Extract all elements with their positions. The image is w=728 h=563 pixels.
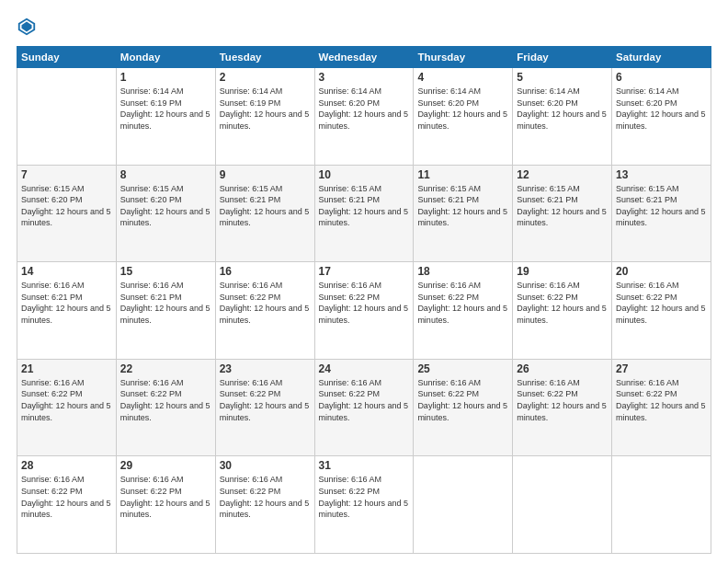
- calendar-cell: 19Sunrise: 6:16 AM Sunset: 6:22 PM Dayli…: [513, 262, 612, 360]
- day-number: 6: [616, 71, 707, 84]
- calendar-cell: 17Sunrise: 6:16 AM Sunset: 6:22 PM Dayli…: [314, 262, 414, 360]
- calendar-cell: 1Sunrise: 6:14 AM Sunset: 6:19 PM Daylig…: [116, 68, 215, 166]
- day-number: 30: [220, 459, 311, 472]
- day-number: 28: [21, 459, 112, 472]
- calendar-cell: 18Sunrise: 6:16 AM Sunset: 6:22 PM Dayli…: [414, 262, 513, 360]
- cell-text: Sunrise: 6:16 AM Sunset: 6:21 PM Dayligh…: [21, 280, 112, 326]
- cell-text: Sunrise: 6:16 AM Sunset: 6:22 PM Dayligh…: [220, 377, 311, 423]
- cell-text: Sunrise: 6:14 AM Sunset: 6:20 PM Dayligh…: [319, 86, 410, 132]
- day-number: 26: [517, 362, 608, 375]
- day-header-tuesday: Tuesday: [215, 47, 314, 68]
- cell-text: Sunrise: 6:14 AM Sunset: 6:19 PM Dayligh…: [220, 86, 311, 132]
- cell-text: Sunrise: 6:15 AM Sunset: 6:21 PM Dayligh…: [616, 183, 707, 229]
- day-number: 8: [120, 168, 211, 181]
- calendar-cell: 24Sunrise: 6:16 AM Sunset: 6:22 PM Dayli…: [314, 359, 414, 456]
- day-number: 3: [319, 71, 410, 84]
- cell-text: Sunrise: 6:14 AM Sunset: 6:20 PM Dayligh…: [417, 86, 508, 132]
- day-number: 17: [319, 265, 410, 278]
- cell-text: Sunrise: 6:16 AM Sunset: 6:22 PM Dayligh…: [319, 377, 410, 423]
- day-number: 1: [120, 71, 211, 84]
- logo-icon: [17, 17, 37, 37]
- cell-text: Sunrise: 6:15 AM Sunset: 6:20 PM Dayligh…: [120, 183, 211, 229]
- cell-text: Sunrise: 6:16 AM Sunset: 6:22 PM Dayligh…: [120, 474, 211, 520]
- calendar-cell: 3Sunrise: 6:14 AM Sunset: 6:20 PM Daylig…: [314, 68, 414, 166]
- day-header-sunday: Sunday: [17, 47, 117, 68]
- calendar-cell: 8Sunrise: 6:15 AM Sunset: 6:20 PM Daylig…: [116, 165, 215, 262]
- cell-text: Sunrise: 6:16 AM Sunset: 6:22 PM Dayligh…: [319, 280, 410, 326]
- day-number: 11: [417, 168, 508, 181]
- cell-text: Sunrise: 6:15 AM Sunset: 6:21 PM Dayligh…: [517, 183, 608, 229]
- calendar-cell: 13Sunrise: 6:15 AM Sunset: 6:21 PM Dayli…: [612, 165, 711, 262]
- calendar-cell: 30Sunrise: 6:16 AM Sunset: 6:22 PM Dayli…: [215, 456, 314, 554]
- day-number: 19: [517, 265, 608, 278]
- day-number: 24: [319, 362, 410, 375]
- day-number: 25: [417, 362, 508, 375]
- day-number: 12: [517, 168, 608, 181]
- calendar-cell: 12Sunrise: 6:15 AM Sunset: 6:21 PM Dayli…: [513, 165, 612, 262]
- day-number: 21: [21, 362, 112, 375]
- calendar-cell: 25Sunrise: 6:16 AM Sunset: 6:22 PM Dayli…: [414, 359, 513, 456]
- calendar-cell: 4Sunrise: 6:14 AM Sunset: 6:20 PM Daylig…: [414, 68, 513, 166]
- calendar-cell: 28Sunrise: 6:16 AM Sunset: 6:22 PM Dayli…: [17, 456, 117, 554]
- day-number: 13: [616, 168, 707, 181]
- day-number: 31: [319, 459, 410, 472]
- cell-text: Sunrise: 6:16 AM Sunset: 6:21 PM Dayligh…: [120, 280, 211, 326]
- calendar-cell: 14Sunrise: 6:16 AM Sunset: 6:21 PM Dayli…: [17, 262, 117, 360]
- cell-text: Sunrise: 6:14 AM Sunset: 6:20 PM Dayligh…: [616, 86, 707, 132]
- calendar-cell: 29Sunrise: 6:16 AM Sunset: 6:22 PM Dayli…: [116, 456, 215, 554]
- calendar-cell: 11Sunrise: 6:15 AM Sunset: 6:21 PM Dayli…: [414, 165, 513, 262]
- cell-text: Sunrise: 6:16 AM Sunset: 6:22 PM Dayligh…: [220, 474, 311, 520]
- cell-text: Sunrise: 6:16 AM Sunset: 6:22 PM Dayligh…: [517, 280, 608, 326]
- calendar-cell: 9Sunrise: 6:15 AM Sunset: 6:21 PM Daylig…: [215, 165, 314, 262]
- day-number: 20: [616, 265, 707, 278]
- day-number: 5: [517, 71, 608, 84]
- cell-text: Sunrise: 6:16 AM Sunset: 6:22 PM Dayligh…: [319, 474, 410, 520]
- day-header-friday: Friday: [513, 47, 612, 68]
- calendar-cell: [612, 456, 711, 554]
- calendar-cell: 31Sunrise: 6:16 AM Sunset: 6:22 PM Dayli…: [314, 456, 414, 554]
- day-number: 18: [417, 265, 508, 278]
- day-number: 22: [120, 362, 211, 375]
- week-row-5: 28Sunrise: 6:16 AM Sunset: 6:22 PM Dayli…: [17, 456, 711, 554]
- cell-text: Sunrise: 6:16 AM Sunset: 6:22 PM Dayligh…: [616, 377, 707, 423]
- calendar-cell: [17, 68, 117, 166]
- day-number: 27: [616, 362, 707, 375]
- day-number: 15: [120, 265, 211, 278]
- calendar-cell: 21Sunrise: 6:16 AM Sunset: 6:22 PM Dayli…: [17, 359, 117, 456]
- calendar-cell: [414, 456, 513, 554]
- calendar-header-row: SundayMondayTuesdayWednesdayThursdayFrid…: [17, 47, 711, 68]
- calendar-cell: 16Sunrise: 6:16 AM Sunset: 6:22 PM Dayli…: [215, 262, 314, 360]
- day-header-wednesday: Wednesday: [314, 47, 414, 68]
- page: SundayMondayTuesdayWednesdayThursdayFrid…: [0, 0, 728, 563]
- cell-text: Sunrise: 6:15 AM Sunset: 6:20 PM Dayligh…: [21, 183, 112, 229]
- calendar-cell: 23Sunrise: 6:16 AM Sunset: 6:22 PM Dayli…: [215, 359, 314, 456]
- cell-text: Sunrise: 6:14 AM Sunset: 6:20 PM Dayligh…: [517, 86, 608, 132]
- calendar-cell: [513, 456, 612, 554]
- cell-text: Sunrise: 6:14 AM Sunset: 6:19 PM Dayligh…: [120, 86, 211, 132]
- calendar-cell: 7Sunrise: 6:15 AM Sunset: 6:20 PM Daylig…: [17, 165, 117, 262]
- header: [17, 17, 711, 37]
- calendar-cell: 27Sunrise: 6:16 AM Sunset: 6:22 PM Dayli…: [612, 359, 711, 456]
- day-number: 16: [220, 265, 311, 278]
- calendar-cell: 6Sunrise: 6:14 AM Sunset: 6:20 PM Daylig…: [612, 68, 711, 166]
- week-row-1: 1Sunrise: 6:14 AM Sunset: 6:19 PM Daylig…: [17, 68, 711, 166]
- day-number: 2: [220, 71, 311, 84]
- calendar-cell: 22Sunrise: 6:16 AM Sunset: 6:22 PM Dayli…: [116, 359, 215, 456]
- cell-text: Sunrise: 6:16 AM Sunset: 6:22 PM Dayligh…: [417, 377, 508, 423]
- week-row-4: 21Sunrise: 6:16 AM Sunset: 6:22 PM Dayli…: [17, 359, 711, 456]
- day-header-saturday: Saturday: [612, 47, 711, 68]
- day-number: 7: [21, 168, 112, 181]
- cell-text: Sunrise: 6:16 AM Sunset: 6:22 PM Dayligh…: [220, 280, 311, 326]
- cell-text: Sunrise: 6:16 AM Sunset: 6:22 PM Dayligh…: [21, 474, 112, 520]
- week-row-3: 14Sunrise: 6:16 AM Sunset: 6:21 PM Dayli…: [17, 262, 711, 360]
- calendar-cell: 10Sunrise: 6:15 AM Sunset: 6:21 PM Dayli…: [314, 165, 414, 262]
- day-number: 9: [220, 168, 311, 181]
- calendar-cell: 15Sunrise: 6:16 AM Sunset: 6:21 PM Dayli…: [116, 262, 215, 360]
- cell-text: Sunrise: 6:16 AM Sunset: 6:22 PM Dayligh…: [21, 377, 112, 423]
- cell-text: Sunrise: 6:15 AM Sunset: 6:21 PM Dayligh…: [220, 183, 311, 229]
- calendar-cell: 26Sunrise: 6:16 AM Sunset: 6:22 PM Dayli…: [513, 359, 612, 456]
- cell-text: Sunrise: 6:16 AM Sunset: 6:22 PM Dayligh…: [417, 280, 508, 326]
- day-header-thursday: Thursday: [414, 47, 513, 68]
- calendar: SundayMondayTuesdayWednesdayThursdayFrid…: [17, 46, 711, 554]
- day-number: 14: [21, 265, 112, 278]
